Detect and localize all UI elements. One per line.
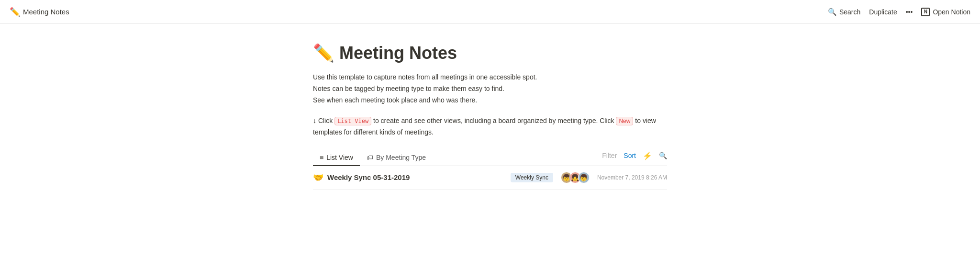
avatar: 👦 — [578, 172, 590, 183]
by-meeting-type-tab-icon: 🏷 — [367, 154, 373, 161]
sort-button[interactable]: Sort — [624, 152, 636, 159]
nav-actions: 🔍 Search Duplicate ••• N Open Notion — [828, 8, 970, 16]
list-view-tab-label: List View — [326, 154, 353, 161]
row-tag[interactable]: Weekly Sync — [511, 173, 553, 182]
tabs-bar: ≡ List View 🏷 By Meeting Type Filter Sor… — [313, 150, 667, 166]
top-nav: ✏️ Meeting Notes 🔍 Search Duplicate ••• … — [0, 0, 980, 24]
list-view-tab-icon: ≡ — [320, 154, 323, 161]
row-icon: 🤝 — [313, 172, 323, 183]
tab-by-meeting-type[interactable]: 🏷 By Meeting Type — [360, 150, 433, 166]
desc-line-2: Notes can be tagged by meeting type to m… — [313, 83, 667, 95]
row-avatars: 👦 👧 👦 — [561, 172, 590, 183]
row-meta: Weekly Sync 👦 👧 👦 November 7, 2019 8:26 … — [511, 172, 667, 183]
search-label: Search — [839, 8, 860, 16]
page-heading: Meeting Notes — [339, 43, 457, 63]
tabs-right: Filter Sort ⚡ 🔍 — [602, 151, 667, 164]
tabs-left: ≡ List View 🏷 By Meeting Type — [313, 150, 433, 166]
bolt-icon[interactable]: ⚡ — [643, 151, 652, 160]
more-icon: ••• — [906, 8, 913, 16]
desc-line-1: Use this template to capture notes from … — [313, 72, 667, 83]
page-title-nav: Meeting Notes — [23, 8, 69, 16]
new-tag[interactable]: New — [616, 117, 633, 125]
notion-icon: N — [921, 8, 930, 16]
instruction-middle: to create and see other views, including… — [371, 117, 616, 124]
main-content: ✏️ Meeting Notes Use this template to ca… — [275, 24, 705, 199]
row-title-area[interactable]: 🤝 Weekly Sync 05-31-2019 — [313, 172, 503, 183]
open-notion-label: Open Notion — [933, 8, 970, 16]
list-view-content: 🤝 Weekly Sync 05-31-2019 Weekly Sync 👦 👧… — [313, 166, 667, 190]
more-button[interactable]: ••• — [906, 8, 913, 16]
row-title: Weekly Sync 05-31-2019 — [327, 173, 410, 181]
duplicate-button[interactable]: Duplicate — [869, 8, 897, 16]
instruction-line: ↓ Click List View to create and see othe… — [313, 115, 667, 138]
instruction-prefix: ↓ Click — [313, 117, 334, 124]
page-title-area: ✏️ Meeting Notes — [313, 43, 667, 63]
tab-list-view[interactable]: ≡ List View — [313, 150, 360, 166]
page-icon: ✏️ — [10, 7, 20, 17]
duplicate-label: Duplicate — [869, 8, 897, 16]
list-view-tag[interactable]: List View — [334, 117, 371, 125]
search-icon: 🔍 — [828, 8, 837, 16]
open-notion-button[interactable]: N Open Notion — [921, 8, 970, 16]
table-row: 🤝 Weekly Sync 05-31-2019 Weekly Sync 👦 👧… — [313, 166, 667, 190]
search-toolbar-icon[interactable]: 🔍 — [659, 152, 667, 159]
row-timestamp: November 7, 2019 8:26 AM — [597, 174, 667, 181]
nav-title-area: ✏️ Meeting Notes — [10, 7, 69, 17]
filter-button[interactable]: Filter — [602, 152, 617, 159]
page-description: Use this template to capture notes from … — [313, 72, 667, 106]
by-meeting-type-tab-label: By Meeting Type — [376, 154, 426, 161]
desc-line-3: See when each meeting took place and who… — [313, 95, 667, 106]
search-button[interactable]: 🔍 Search — [828, 8, 860, 16]
page-heading-icon: ✏️ — [313, 43, 334, 63]
